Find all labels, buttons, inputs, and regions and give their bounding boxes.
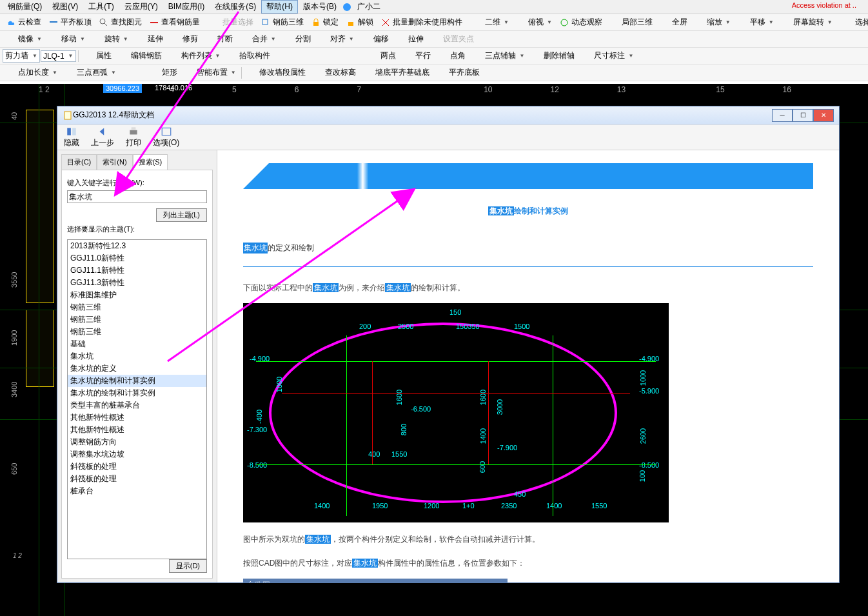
- move-button[interactable]: 移动: [46, 32, 88, 46]
- topic-item[interactable]: 调整钢筋方向: [68, 436, 206, 448]
- pt-length-button[interactable]: 点加长度: [3, 66, 61, 79]
- menu-bim[interactable]: BIM应用(I): [163, 0, 210, 14]
- topic-item[interactable]: 钢筋三维: [68, 326, 206, 338]
- component-list-button[interactable]: 构件列表: [166, 49, 224, 63]
- menu-version[interactable]: 版本号(B): [298, 0, 342, 14]
- topic-item[interactable]: 其他新特性概述: [68, 412, 206, 424]
- menu-help[interactable]: 帮助(H): [261, 0, 298, 14]
- topic-item[interactable]: GGJ11.3新特性: [68, 277, 206, 289]
- point-angle-button[interactable]: 点角: [435, 49, 469, 63]
- break-button[interactable]: 打断: [202, 32, 236, 46]
- three-point-aux-button[interactable]: 三点辅轴: [469, 49, 528, 63]
- topic-item[interactable]: 基础: [68, 338, 206, 350]
- topic-item[interactable]: 类型丰富的桩基承台: [68, 399, 206, 412]
- close-button[interactable]: ✕: [813, 109, 834, 122]
- topics-list[interactable]: 2013新特性12.3GGJ11.0新特性GGJ11.1新特性GGJ11.3新特…: [67, 239, 207, 559]
- topic-item[interactable]: 集水坑的绘制和计算实例: [68, 387, 206, 399]
- extend-button[interactable]: 延伸: [132, 32, 166, 46]
- topic-item[interactable]: 集水坑的定义: [68, 363, 206, 375]
- search-input[interactable]: [67, 190, 207, 203]
- menu-cloud[interactable]: 云应用(Y): [119, 0, 163, 14]
- find-element-button[interactable]: 查找图元: [95, 15, 145, 29]
- topic-item[interactable]: 集水坑: [68, 350, 206, 363]
- topic-item[interactable]: 钢筋三维: [68, 301, 206, 313]
- cloud-check-button[interactable]: 云检查: [3, 15, 44, 29]
- jlq-dropdown[interactable]: JLQ-1: [41, 50, 76, 62]
- tab-index[interactable]: 索引(N): [97, 154, 132, 170]
- topic-item[interactable]: 钢筋三维: [68, 313, 206, 326]
- props-button[interactable]: 属性: [81, 49, 115, 63]
- merge-button[interactable]: 合并: [237, 32, 279, 46]
- split-button[interactable]: 分割: [280, 32, 314, 46]
- arc-button[interactable]: 三点画弧: [61, 66, 119, 79]
- local-3d-button[interactable]: 局部三维: [606, 15, 656, 29]
- del-aux-button[interactable]: 删除辅轴: [528, 49, 578, 63]
- back-button[interactable]: 上一步: [91, 126, 114, 148]
- topic-item[interactable]: 斜筏板的处理: [68, 461, 206, 473]
- 2d-button[interactable]: 二维: [469, 15, 512, 29]
- topic-item[interactable]: 其他新特性概述: [68, 424, 206, 436]
- level-floor-button[interactable]: 平齐底板: [433, 66, 483, 79]
- maximize-button[interactable]: ☐: [793, 109, 813, 122]
- lf-icon: [437, 68, 447, 78]
- select-floor-button[interactable]: 选择楼层: [840, 15, 868, 29]
- wall-dropdown[interactable]: 剪力墙: [3, 49, 40, 63]
- print-button[interactable]: 打印: [126, 126, 141, 148]
- tab-contents[interactable]: 目录(C): [61, 154, 97, 170]
- menu-online[interactable]: 在线服务(S): [210, 0, 261, 14]
- fullscreen-button[interactable]: 全屏: [656, 15, 691, 29]
- menu-view[interactable]: 视图(V): [47, 0, 83, 14]
- menu-user[interactable]: 广小二: [352, 0, 386, 14]
- topic-item[interactable]: 2013新特性12.3: [68, 240, 206, 252]
- edit-wall-props-button[interactable]: 修改墙段属性: [244, 66, 309, 79]
- topic-item[interactable]: 标准图集维护: [68, 289, 206, 301]
- topic-item[interactable]: GGJ11.0新特性: [68, 252, 206, 264]
- minimize-button[interactable]: ─: [772, 109, 793, 122]
- smart-layout-button[interactable]: 智能布置: [181, 66, 239, 79]
- check-elev-button[interactable]: 查改标高: [310, 66, 359, 79]
- stretch-button[interactable]: 拉伸: [393, 32, 427, 46]
- help-content[interactable]: 集水坑绘制和计算实例 集水坑的定义和绘制 下面以实际工程中的集水坑为例，来介绍集…: [217, 150, 839, 582]
- grip-button[interactable]: 设置夹点: [428, 32, 477, 46]
- top-view-button[interactable]: 俯视: [513, 15, 555, 29]
- batch-delete-button[interactable]: 批量删除未使用构件: [377, 15, 466, 29]
- batch-select-button[interactable]: 批量选择: [207, 15, 257, 29]
- edit-rebar-button[interactable]: 编辑钢筋: [115, 49, 165, 63]
- show-button[interactable]: 显示(D): [169, 559, 207, 573]
- parallel-button[interactable]: 平行: [400, 49, 434, 63]
- menu-gangjinliang[interactable]: 钢筋量(Q): [3, 0, 47, 14]
- rebar-3d-button[interactable]: 钢筋三维: [257, 15, 307, 29]
- rect-button[interactable]: 矩形: [146, 66, 181, 79]
- pan-button[interactable]: 平移: [735, 15, 777, 29]
- topic-item[interactable]: 调整集水坑边坡: [68, 448, 206, 461]
- pick-button[interactable]: 拾取构件: [224, 49, 273, 63]
- topic-item[interactable]: 斜筏板的处理: [68, 473, 206, 485]
- topic-item[interactable]: GGJ11.1新特性: [68, 264, 206, 277]
- dim-button[interactable]: 尺寸标注: [578, 49, 636, 63]
- offset-button[interactable]: 偏移: [358, 32, 392, 46]
- menu-tools[interactable]: 工具(T): [83, 0, 119, 14]
- trim-button[interactable]: 修剪: [167, 32, 201, 46]
- topic-item[interactable]: 桩承台: [68, 485, 206, 497]
- extend-icon: [135, 34, 146, 45]
- unlock-button[interactable]: 解锁: [342, 15, 377, 29]
- mirror-button[interactable]: 镜像: [3, 32, 45, 46]
- topic-item[interactable]: 集水坑的绘制和计算实例: [68, 375, 206, 387]
- zoom-button[interactable]: 缩放: [691, 15, 734, 29]
- list-topics-button[interactable]: 列出主题(L): [156, 208, 207, 222]
- options-button[interactable]: 选项(O): [153, 126, 179, 148]
- view-rebar-button[interactable]: 查看钢筋量: [146, 15, 203, 29]
- two-point-button[interactable]: 两点: [365, 49, 399, 63]
- help-titlebar[interactable]: GGJ2013 12.4帮助文档 ─ ☐ ✕: [57, 106, 839, 124]
- wall-floor-button[interactable]: 墙底平齐基础底: [360, 66, 433, 79]
- zoom-icon: [695, 17, 705, 28]
- rotate-screen-button[interactable]: 屏幕旋转: [778, 15, 836, 29]
- tab-search[interactable]: 搜索(S): [133, 154, 168, 170]
- lock-button[interactable]: 锁定: [308, 15, 342, 29]
- v-1900: 1900: [10, 330, 18, 346]
- orbit-button[interactable]: 动态观察: [556, 15, 606, 29]
- hide-button[interactable]: 隐藏: [64, 126, 79, 148]
- align-button[interactable]: 对齐: [315, 32, 357, 46]
- rotate-button[interactable]: 旋转: [89, 32, 132, 46]
- level-top-button[interactable]: 平齐板顶: [45, 15, 95, 29]
